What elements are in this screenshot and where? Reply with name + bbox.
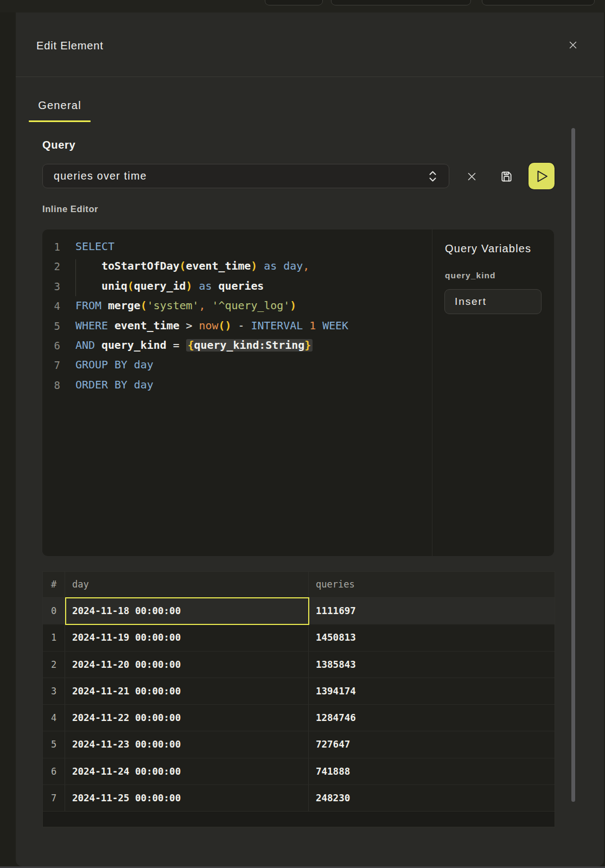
table-row[interactable]: 62024-11-24 00:00:00741888 (43, 758, 555, 785)
code-line: 1SELECT (42, 237, 432, 257)
row-index-cell: 7 (43, 785, 65, 811)
queries-cell[interactable]: 741888 (309, 758, 555, 784)
code-line: 7GROUP BY day (42, 355, 432, 375)
inline-editor-label: Inline Editor (42, 204, 98, 214)
tab-label: General (29, 94, 91, 112)
column-header-queries: queries (309, 572, 555, 597)
code-line: 6AND query_kind = {query_kind:String} (42, 336, 432, 355)
background-button-partial (482, 0, 595, 5)
line-number: 3 (42, 277, 60, 296)
save-query-button[interactable] (498, 168, 514, 184)
active-tab-underline (29, 120, 91, 122)
day-cell[interactable]: 2024-11-25 00:00:00 (65, 785, 309, 811)
chevron-up-down-icon (429, 169, 437, 186)
clear-x-icon (468, 173, 476, 181)
background-toolbar (0, 0, 605, 12)
table-row[interactable]: 02024-11-18 00:00:001111697 (43, 598, 555, 624)
insert-variable-button[interactable]: Insert (444, 289, 542, 314)
table-header-row: # day queries (43, 572, 555, 598)
code-line: 5WHERE event_time > now() - INTERVAL 1 W… (42, 316, 432, 336)
sql-code-editor[interactable]: 1SELECT2 toStartOfDay(event_time) as day… (42, 229, 432, 556)
play-icon (537, 170, 549, 182)
query-section-heading: Query (42, 139, 75, 151)
query-selector-value: queries over time (54, 164, 147, 188)
line-number: 6 (42, 336, 60, 355)
column-header-day: day (65, 572, 309, 597)
code-line: 4FROM merge('system', '^query_log') (42, 296, 432, 316)
table-row[interactable]: 12024-11-19 00:00:001450813 (43, 624, 555, 651)
day-cell[interactable]: 2024-11-22 00:00:00 (65, 705, 309, 731)
query-selector[interactable]: queries over time (42, 164, 449, 188)
results-table: # day queries 02024-11-18 00:00:00111169… (42, 571, 555, 827)
close-icon (569, 41, 577, 49)
background-button-partial (265, 0, 323, 5)
tab-general[interactable]: General (29, 94, 91, 122)
queries-cell[interactable]: 1385843 (309, 652, 555, 678)
row-index-cell: 1 (43, 624, 65, 650)
day-cell[interactable]: 2024-11-19 00:00:00 (65, 624, 309, 650)
code-line: 2 toStartOfDay(event_time) as day, (42, 257, 432, 276)
line-number: 5 (42, 316, 60, 336)
query-variables-panel: Query Variables query_kind Insert (432, 229, 554, 556)
header-divider (16, 76, 604, 77)
queries-cell[interactable]: 1284746 (309, 705, 555, 731)
table-row[interactable]: 72024-11-25 00:00:00248230 (43, 785, 555, 812)
day-cell[interactable]: 2024-11-21 00:00:00 (65, 678, 309, 704)
row-index-cell: 3 (43, 678, 65, 704)
queries-cell[interactable]: 1394174 (309, 678, 555, 704)
table-row[interactable]: 52024-11-23 00:00:00727647 (43, 731, 555, 758)
clear-query-button[interactable] (465, 170, 478, 183)
day-cell[interactable]: 2024-11-20 00:00:00 (65, 652, 309, 678)
row-index-cell: 5 (43, 731, 65, 757)
row-index-cell: 0 (43, 598, 65, 624)
code-line: 8ORDER BY day (42, 375, 432, 395)
table-footer (43, 812, 555, 827)
background-button-partial (331, 0, 471, 5)
table-row[interactable]: 42024-11-22 00:00:001284746 (43, 705, 555, 731)
query-variables-heading: Query Variables (445, 242, 531, 255)
line-number: 8 (42, 375, 60, 395)
variable-name-label: query_kind (445, 271, 496, 280)
row-index-cell: 4 (43, 705, 65, 731)
run-query-button[interactable] (528, 163, 555, 189)
vertical-scrollbar-thumb[interactable] (571, 128, 575, 802)
line-number: 7 (42, 355, 60, 375)
queries-cell[interactable]: 1450813 (309, 624, 555, 650)
table-body: 02024-11-18 00:00:00111169712024-11-19 0… (43, 598, 555, 812)
queries-cell[interactable]: 1111697 (309, 598, 555, 624)
code-line: 3 uniq(query_id) as queries (42, 277, 432, 296)
sql-editor-panel: 1SELECT2 toStartOfDay(event_time) as day… (42, 229, 554, 556)
queries-cell[interactable]: 248230 (309, 785, 555, 811)
close-button[interactable] (564, 36, 582, 54)
line-number: 2 (42, 257, 60, 276)
day-cell[interactable]: 2024-11-18 00:00:00 (65, 598, 309, 624)
queries-cell[interactable]: 727647 (309, 731, 555, 757)
day-cell[interactable]: 2024-11-24 00:00:00 (65, 758, 309, 784)
day-cell[interactable]: 2024-11-23 00:00:00 (65, 731, 309, 757)
save-floppy-icon (500, 170, 513, 183)
line-number: 4 (42, 296, 60, 316)
edit-element-dialog: Edit Element General Query queries over … (16, 12, 604, 866)
line-number: 1 (42, 237, 60, 257)
dialog-title: Edit Element (36, 40, 104, 52)
table-row[interactable]: 32024-11-21 00:00:001394174 (43, 678, 555, 705)
row-index-cell: 2 (43, 652, 65, 678)
table-row[interactable]: 22024-11-20 00:00:001385843 (43, 652, 555, 678)
indent-guide (75, 259, 76, 296)
column-header-index: # (43, 572, 65, 597)
row-index-cell: 6 (43, 758, 65, 784)
